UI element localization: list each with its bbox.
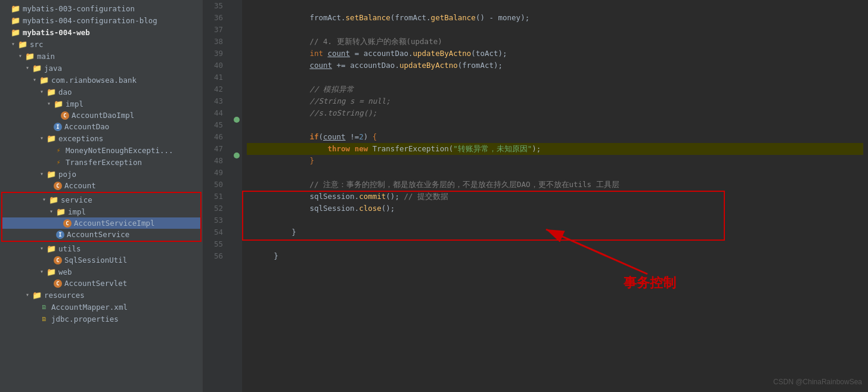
class-icon: C [54,256,62,265]
folder-icon: 📁 [46,133,56,143]
tree-label: service [61,195,92,204]
tree-label: TransferException [66,158,142,167]
folder-icon: 📁 [39,75,49,85]
tree-item-account[interactable]: C Account [0,180,203,191]
line-num-52: 52 [203,203,228,214]
tree-item-src[interactable]: 📁 src [0,38,203,50]
tree-arrow [38,245,45,252]
line-num-55: 55 [203,238,228,250]
exception-icon: ⚡ [54,145,63,155]
tree-item-accountmapper[interactable]: 🗎 AccountMapper.xml [0,301,203,313]
tree-arrow [17,52,24,60]
tree-label: jdbc.properties [51,315,119,323]
exception-icon: ⚡ [54,157,63,167]
tree-label: AccountMapper.xml [51,303,128,312]
tree-item-utils[interactable]: 📁 utils [0,242,203,254]
tree-item-accountdaoimpl[interactable]: C AccountDaoImpl [0,110,203,121]
line-num-38: 38 [203,36,228,48]
interface-icon: I [54,123,62,131]
line-num-40: 40 [203,60,228,71]
tree-item-impl-dao[interactable]: 📁 impl [0,98,203,110]
line-num-35: 35 [203,0,228,12]
code-text-area[interactable]: fromAct.setBalance(fromAct.getBalance() … [242,0,868,392]
folder-icon: 📁 [49,195,58,204]
class-icon: C [61,111,69,120]
code-line-41: // 模拟异常 [247,71,863,83]
line-num-54: 54 [203,226,228,238]
tree-label: AccountDao [64,122,109,131]
editor-gutter [228,0,242,392]
tree-item-main[interactable]: 📁 main [0,50,203,62]
tree-item-moneynot[interactable]: ⚡ MoneyNotEnoughExcepti... [0,144,203,156]
folder-icon: 📁 [46,87,56,97]
tree-item-impl-service[interactable]: 📁 impl [2,206,200,217]
project-item-mybatis004-blog[interactable]: 📁 mybatis-004-configuration-blog [0,14,203,26]
service-highlight-box: 📁 service 📁 impl C AccountServiceImpl I … [1,192,202,242]
tree-label: Account [64,181,96,190]
tree-item-com[interactable]: 📁 com.rianbowsea.bank [0,74,203,86]
code-editor: 35 36 37 38 39 40 41 42 43 44 45 46 47 4… [203,0,868,392]
tree-item-java[interactable]: 📁 java [0,62,203,74]
tree-arrow [48,208,55,215]
tree-item-service[interactable]: 📁 service [2,194,200,206]
line-num-51: 51 [203,191,228,203]
tree-label: resources [44,291,85,300]
tree-label: SqlSessionUtil [64,256,127,265]
line-num-49: 49 [203,167,228,179]
tree-item-accountservlet[interactable]: C AccountServlet [0,278,203,289]
class-icon: C [54,279,62,288]
tree-item-sqlsessionutil[interactable]: C SqlSessionUtil [0,254,203,266]
xml-icon: 🗎 [39,302,49,312]
folder-icon: 📁 [32,290,42,300]
folder-icon: 📁 [11,27,20,37]
tree-item-transferexception[interactable]: ⚡ TransferException [0,156,203,168]
tree-item-exceptions[interactable]: 📁 exceptions [0,132,203,144]
tree-item-accountservice[interactable]: I AccountService [2,229,200,240]
tree-item-accountdao[interactable]: I AccountDao [0,121,203,132]
tree-arrow [38,88,45,95]
tree-label: pojo [58,170,76,179]
folder-icon: 📁 [46,169,56,179]
svg-line-1 [546,229,647,274]
watermark: CSDN @ChinaRainbowSea [773,378,862,386]
folder-icon: 📁 [46,267,56,276]
file-tree[interactable]: 📁 mybatis-003-configuration 📁 mybatis-00… [0,0,203,392]
code-line-35: fromAct.setBalance(fromAct.getBalance() … [247,0,863,12]
tree-label: java [44,64,62,73]
tree-item-resources[interactable]: 📁 resources [0,289,203,301]
tree-arrow [24,64,31,71]
class-icon: C [63,219,72,228]
code-line-45: if(count !=2) { [247,119,863,131]
tree-arrow [38,268,45,275]
tree-label: MoneyNotEnoughExcepti... [66,146,173,155]
project-item-mybatis004-web[interactable]: 📁 mybatis-004-web [0,26,203,38]
tree-label: mybatis-003-configuration [23,4,135,13]
line-num-45: 45 [203,119,228,131]
tree-arrow [38,135,45,142]
tree-item-pojo[interactable]: 📁 pojo [0,168,203,180]
folder-icon: 📁 [25,51,35,61]
tree-label: mybatis-004-configuration-blog [23,16,157,25]
project-item-mybatis003[interactable]: 📁 mybatis-003-configuration [0,2,203,14]
props-icon: 🗎 [39,314,49,323]
line-num-53: 53 [203,214,228,226]
tree-item-jdbc[interactable]: 🗎 jdbc.properties [0,313,203,325]
tree-item-accountserviceimpl[interactable]: C AccountServiceImpl [2,217,200,229]
tree-label: AccountServlet [64,279,127,288]
interface-icon: I [56,231,64,239]
tree-arrow [45,100,52,107]
line-num-43: 43 [203,95,228,107]
tree-label: AccountDaoImpl [72,111,134,120]
folder-icon: 📁 [46,244,56,253]
annotation-text-transaction: 事务控制 [624,274,676,292]
folder-icon: 📁 [32,63,42,73]
code-line-49: // 注意：事务的控制，都是放在业务层的，不是放在持久层DAO，更不放在util… [247,167,863,179]
tree-arrow [31,76,38,83]
line-num-48: 48 [203,155,228,167]
folder-icon: 📁 [11,4,20,13]
line-number-gutter: 35 36 37 38 39 40 41 42 43 44 45 46 47 4… [203,0,228,392]
line-num-39: 39 [203,48,228,60]
tree-label: exceptions [58,134,103,143]
tree-item-web[interactable]: 📁 web [0,266,203,278]
tree-item-dao[interactable]: 📁 dao [0,86,203,98]
